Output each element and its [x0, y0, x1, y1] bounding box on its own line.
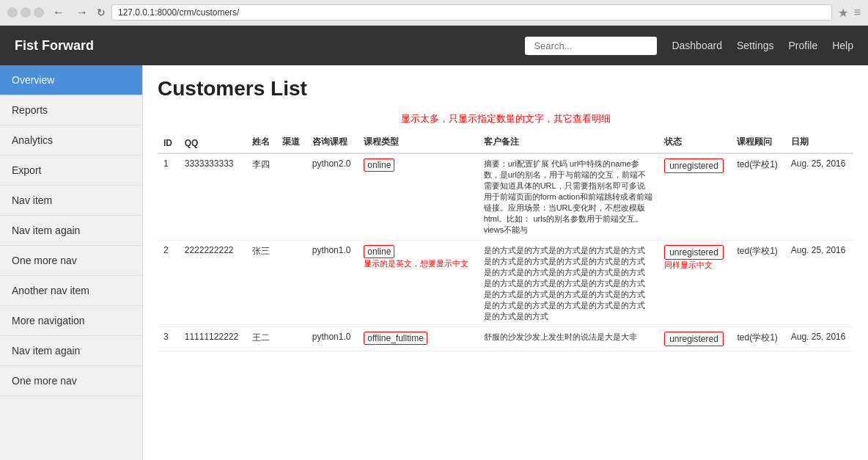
main-content: Customers List 显示太多，只显示指定数量的文字，其它查看明细 ID… [143, 65, 868, 460]
cell-course: python1.0 [306, 327, 358, 351]
cell-status: unregistered [658, 327, 731, 351]
sidebar-item-nav-again[interactable]: Nav item again [0, 216, 142, 246]
col-name: 姓名 [246, 131, 276, 153]
cell-id: 3 [158, 327, 179, 351]
col-channel: 渠道 [276, 131, 306, 153]
col-type: 课程类型 [358, 131, 477, 153]
cell-advisor: ted(学校1) [731, 153, 784, 241]
status-badge: unregistered [664, 158, 724, 173]
sidebar-item-export[interactable]: Export [0, 156, 142, 186]
status-badge: unregistered [664, 332, 724, 346]
col-note: 客户备注 [478, 131, 659, 153]
browser-maximize-btn[interactable] [34, 7, 44, 18]
browser-chrome: ← → ↻ ★ ≡ [0, 0, 868, 26]
browser-forward-btn[interactable]: → [73, 6, 91, 19]
sidebar-item-analytics[interactable]: Analytics [0, 125, 142, 156]
cell-qq: 3333333333 [179, 153, 246, 241]
nav-help[interactable]: Help [832, 36, 853, 55]
status-badge: unregistered [664, 245, 724, 260]
cell-channel [276, 327, 306, 351]
cell-advisor: ted(学校1) [731, 327, 784, 351]
app-logo: Fist Forward [15, 38, 525, 54]
annotation-type: 显示的是英文，想要显示中文 [364, 259, 468, 268]
sidebar-item-one-more-nav[interactable]: One more nav [0, 246, 142, 276]
page-title: Customers List [158, 77, 853, 101]
table-header-row: ID QQ 姓名 渠道 咨询课程 课程类型 客户备注 状态 课程顾问 日期 [158, 131, 853, 153]
sidebar-item-overview[interactable]: Overview [0, 65, 142, 95]
cell-note: 摘要：url配置扩展 代码 url中特殊的name参数，是url的别名，用于与前… [478, 153, 659, 241]
customers-table: ID QQ 姓名 渠道 咨询课程 课程类型 客户备注 状态 课程顾问 日期 1 … [158, 131, 853, 351]
cell-id: 1 [158, 153, 179, 241]
browser-minimize-btn[interactable] [21, 7, 31, 18]
sidebar-item-one-more-nav-2[interactable]: One more nav [0, 366, 142, 396]
col-date: 日期 [785, 131, 853, 153]
col-id: ID [158, 131, 179, 153]
cell-date: Aug. 25, 2016 [785, 153, 853, 241]
browser-back-btn[interactable]: ← [50, 6, 67, 19]
type-badge: online [364, 245, 394, 258]
cell-type: online [358, 153, 477, 241]
sidebar: Overview Reports Analytics Export Nav it… [0, 65, 143, 460]
cell-channel [276, 241, 306, 327]
col-course: 咨询课程 [306, 131, 358, 153]
browser-close-btn[interactable] [7, 7, 18, 18]
type-badge: online [364, 158, 394, 172]
browser-menu-icon[interactable]: ≡ [854, 6, 861, 19]
table-row: 1 3333333333 李四 python2.0 online 摘要：url配… [158, 153, 853, 241]
nav-profile[interactable]: Profile [789, 36, 818, 55]
col-qq: QQ [179, 131, 246, 153]
browser-refresh-btn[interactable]: ↻ [97, 7, 106, 18]
browser-bookmark-icon[interactable]: ★ [838, 6, 848, 20]
table-row: 3 11111122222 王二 python1.0 offline_fullt… [158, 327, 853, 351]
cell-date: Aug. 25, 2016 [785, 241, 853, 327]
browser-url-input[interactable] [111, 4, 832, 21]
app-header: Fist Forward Dashboard Settings Profile … [0, 26, 868, 65]
col-advisor: 课程顾问 [731, 131, 784, 153]
search-input[interactable] [525, 37, 657, 55]
cell-status: unregistered 同样显示中文 [658, 241, 731, 327]
annotation-status: 同样显示中文 [664, 260, 713, 269]
cell-type: offline_fulltime [358, 327, 477, 351]
cell-note: 舒服的沙发沙发上发生时的说法是大是大非 [478, 327, 659, 351]
cell-channel [276, 153, 306, 241]
sidebar-item-nav-again-2[interactable]: Nav item again [0, 336, 142, 366]
cell-id: 2 [158, 241, 179, 327]
table-row: 2 2222222222 张三 python1.0 online 显示的是英文，… [158, 241, 853, 327]
col-status: 状态 [658, 131, 731, 153]
cell-name: 王二 [246, 327, 276, 351]
cell-name: 李四 [246, 153, 276, 241]
cell-name: 张三 [246, 241, 276, 327]
header-nav: Dashboard Settings Profile Help [672, 36, 853, 55]
nav-settings[interactable]: Settings [737, 36, 774, 55]
cell-qq: 2222222222 [179, 241, 246, 327]
cell-course: python2.0 [306, 153, 358, 241]
type-badge: offline_fulltime [364, 332, 427, 345]
nav-dashboard[interactable]: Dashboard [672, 36, 722, 55]
cell-type: online 显示的是英文，想要显示中文 [358, 241, 477, 327]
cell-note: 是的方式是的方式是的方式是的方式是的方式是的方式是的方式是的方式是的方式是的方式… [478, 241, 659, 327]
annotation-top: 显示太多，只显示指定数量的文字，其它查看明细 [158, 112, 853, 125]
cell-advisor: ted(学校1) [731, 241, 784, 327]
sidebar-item-more-navigation[interactable]: More navigation [0, 306, 142, 336]
sidebar-item-reports[interactable]: Reports [0, 95, 142, 125]
sidebar-item-nav[interactable]: Nav item [0, 186, 142, 216]
cell-date: Aug. 25, 2016 [785, 327, 853, 351]
cell-qq: 11111122222 [179, 327, 246, 351]
app-body: Overview Reports Analytics Export Nav it… [0, 65, 868, 460]
sidebar-item-another-nav[interactable]: Another nav item [0, 276, 142, 306]
cell-course: python1.0 [306, 241, 358, 327]
cell-status: unregistered [658, 153, 731, 241]
